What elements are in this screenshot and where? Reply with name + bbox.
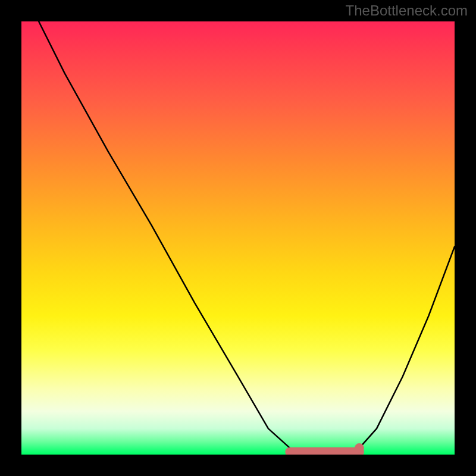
- plot-area: [21, 21, 455, 455]
- chart-frame: TheBottleneck.com: [0, 0, 476, 476]
- optimal-dot: [355, 443, 364, 453]
- bottleneck-curve: [39, 21, 455, 452]
- watermark-text: TheBottleneck.com: [346, 2, 468, 19]
- chart-svg: [21, 21, 455, 455]
